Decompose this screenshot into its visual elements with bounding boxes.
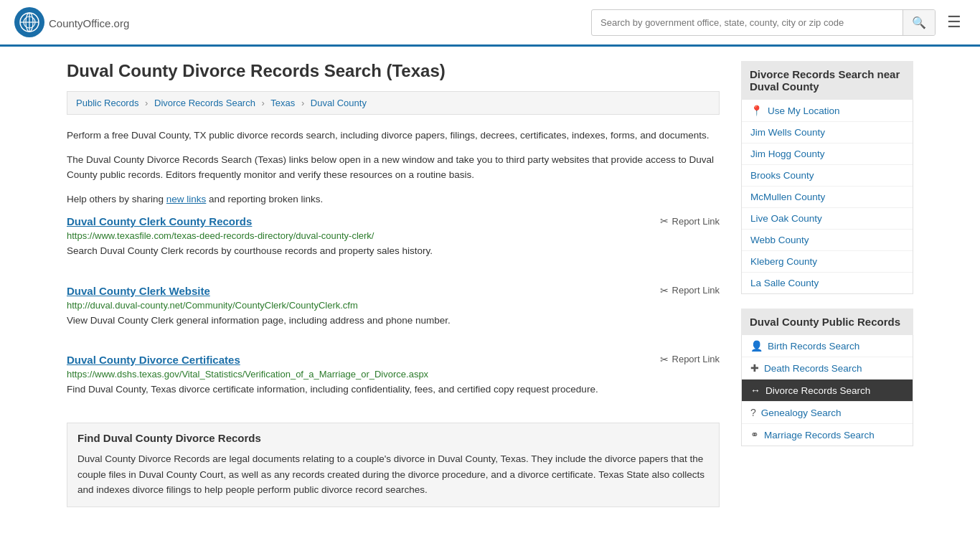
page-title: Duval County Divorce Records Search (Tex… [67,61,720,81]
report-label-3: Report Link [672,354,720,364]
sidebar-marriage-records[interactable]: ⚭ Marriage Records Search [742,424,913,446]
breadcrumb-divorce-records[interactable]: Divorce Records Search [154,98,255,108]
sidebar-public-records-section: Duval County Public Records 👤 Birth Reco… [741,309,913,446]
birth-records-link[interactable]: Birth Records Search [768,341,859,352]
report-icon-2: ✂ [660,285,669,296]
record-entry-2: Duval County Clerk Website ✂ Report Link… [67,285,720,335]
breadcrumb-sep-3: › [301,98,304,108]
record-entry-1: Duval County Clerk County Records ✂ Repo… [67,215,720,265]
sidebar-birth-records[interactable]: 👤 Birth Records Search [742,335,913,357]
menu-icon[interactable]: ☰ [943,9,966,36]
logo-name: CountyOffice [49,17,110,29]
logo-icon [14,7,44,37]
record-header-3: Duval County Divorce Certificates ✂ Repo… [67,354,720,366]
sidebar-item-brooks[interactable]: Brooks County [742,165,913,187]
report-link-3[interactable]: ✂ Report Link [660,354,720,365]
record-entry-3: Duval County Divorce Certificates ✂ Repo… [67,354,720,404]
use-location-item[interactable]: 📍 Use My Location [742,100,913,122]
breadcrumb-sep-1: › [145,98,148,108]
record-header-1: Duval County Clerk County Records ✂ Repo… [67,215,720,227]
breadcrumb-texas[interactable]: Texas [270,98,295,108]
brooks-link[interactable]: Brooks County [750,170,814,181]
report-label-1: Report Link [672,216,720,227]
search-input[interactable] [592,11,903,34]
breadcrumb-sep-2: › [262,98,265,108]
sidebar-public-records-list: 👤 Birth Records Search ✚ Death Records S… [741,335,913,446]
divorce-icon: ↔ [750,385,760,396]
kleberg-link[interactable]: Kleberg County [750,256,817,267]
sidebar-item-kleberg[interactable]: Kleberg County [742,251,913,273]
report-icon-3: ✂ [660,354,669,365]
sidebar-item-mcmullen[interactable]: McMullen County [742,187,913,208]
find-section: Find Duval County Divorce Records Duval … [67,423,720,507]
record-desc-2: View Duval County Clerk general informat… [67,314,720,328]
genealogy-link[interactable]: Genealogy Search [761,408,842,418]
sidebar-genealogy[interactable]: ? Genealogy Search [742,402,913,424]
sidebar-item-webb[interactable]: Webb County [742,230,913,251]
marriage-records-link[interactable]: Marriage Records Search [764,430,875,441]
search-bar: 🔍 [591,9,936,36]
sidebar-item-la-salle[interactable]: La Salle County [742,273,913,293]
record-title-1[interactable]: Duval County Clerk County Records [67,215,252,227]
header-right: 🔍 ☰ [591,9,966,36]
sidebar-nearby-header: Divorce Records Search near Duval County [741,61,913,100]
report-link-1[interactable]: ✂ Report Link [660,215,720,227]
intro3-pre: Help others by sharing [67,194,166,204]
find-section-text: Duval County Divorce Records are legal d… [77,451,709,498]
live-oak-link[interactable]: Live Oak County [750,213,822,224]
jim-wells-link[interactable]: Jim Wells County [750,127,825,138]
genealogy-icon: ? [750,407,756,418]
logo-suffix: .org [110,17,129,29]
record-title-2[interactable]: Duval County Clerk Website [67,285,210,297]
breadcrumb-duval-county[interactable]: Duval County [311,98,367,108]
search-button[interactable]: 🔍 [903,10,935,35]
report-link-2[interactable]: ✂ Report Link [660,285,720,296]
sidebar-item-live-oak[interactable]: Live Oak County [742,208,913,230]
use-location-link[interactable]: Use My Location [768,105,840,116]
breadcrumb-public-records[interactable]: Public Records [76,98,138,108]
new-links-link[interactable]: new links [166,194,207,204]
sidebar-nearby-list: 📍 Use My Location Jim Wells County Jim H… [741,100,913,294]
intro3-post: and reporting broken links. [206,194,323,204]
intro-text-2: The Duval County Divorce Records Search … [67,152,720,183]
sidebar-item-jim-wells[interactable]: Jim Wells County [742,122,913,143]
find-section-heading: Find Duval County Divorce Records [77,432,709,444]
sidebar-nearby-section: Divorce Records Search near Duval County… [741,61,913,294]
webb-link[interactable]: Webb County [750,235,809,245]
intro-text-3: Help others by sharing new links and rep… [67,192,720,207]
death-records-link[interactable]: Death Records Search [764,363,862,374]
record-title-3[interactable]: Duval County Divorce Certificates [67,354,240,366]
logo-area: CountyOffice.org [14,7,129,37]
report-label-2: Report Link [672,285,720,296]
content-area: Duval County Divorce Records Search (Tex… [67,61,720,507]
sidebar-item-jim-hogg[interactable]: Jim Hogg County [742,143,913,165]
record-desc-1: Search Duval County Clerk records by cou… [67,244,720,258]
sidebar: Divorce Records Search near Duval County… [741,61,913,507]
location-icon: 📍 [750,105,763,116]
record-header-2: Duval County Clerk Website ✂ Report Link [67,285,720,297]
breadcrumb: Public Records › Divorce Records Search … [67,91,720,115]
report-icon-1: ✂ [660,215,669,227]
main-container: Duval County Divorce Records Search (Tex… [52,47,928,522]
divorce-records-link[interactable]: Divorce Records Search [765,385,870,396]
record-url-1[interactable]: https://www.texasfile.com/texas-deed-rec… [67,230,720,241]
la-salle-link[interactable]: La Salle County [750,278,819,288]
record-url-3[interactable]: https://www.dshs.texas.gov/Vital_Statist… [67,369,720,380]
mcmullen-link[interactable]: McMullen County [750,192,825,202]
record-url-2[interactable]: http://duval.duval-county.net/Community/… [67,300,720,311]
jim-hogg-link[interactable]: Jim Hogg County [750,149,825,159]
logo-text: CountyOffice.org [49,14,129,31]
intro-text-1: Perform a free Duval County, TX public d… [67,128,720,143]
death-icon: ✚ [750,362,759,374]
sidebar-public-records-header: Duval County Public Records [741,309,913,335]
sidebar-death-records[interactable]: ✚ Death Records Search [742,357,913,380]
sidebar-divorce-records[interactable]: ↔ Divorce Records Search [742,380,913,402]
birth-icon: 👤 [750,340,763,352]
marriage-icon: ⚭ [750,429,759,441]
header: CountyOffice.org 🔍 ☰ [0,0,980,47]
record-desc-3: Find Duval County, Texas divorce certifi… [67,382,720,397]
